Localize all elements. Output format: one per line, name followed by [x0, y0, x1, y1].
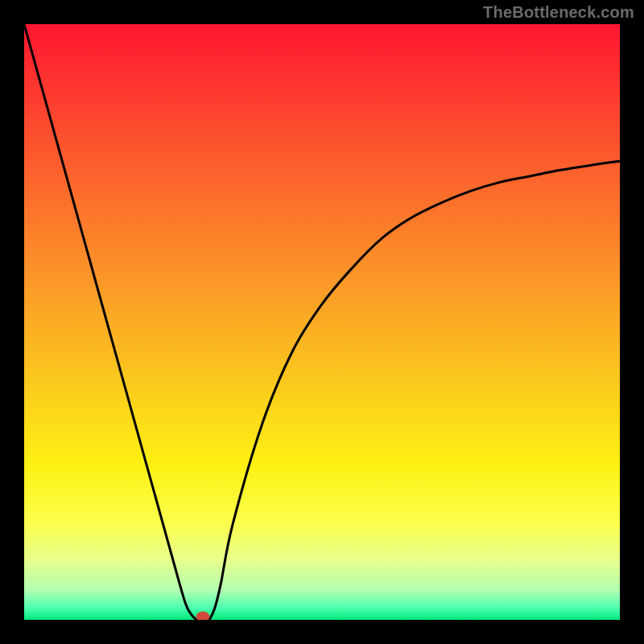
watermark-text: TheBottleneck.com: [483, 3, 634, 22]
optimum-marker: [196, 612, 209, 620]
chart-frame: TheBottleneck.com: [0, 0, 644, 644]
plot-area: [24, 24, 620, 620]
bottleneck-curve: [24, 24, 620, 620]
curve-svg: [24, 24, 620, 620]
